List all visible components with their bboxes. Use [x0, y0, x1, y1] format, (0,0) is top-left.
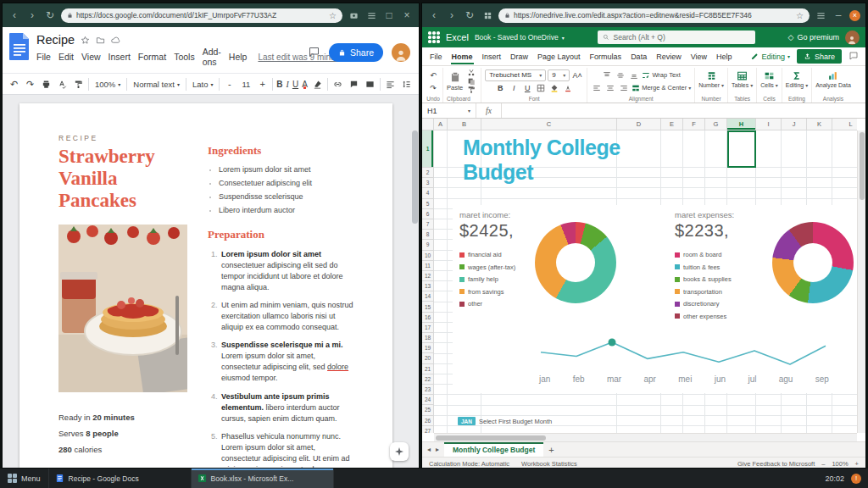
column-header-J[interactable]: J — [782, 119, 807, 130]
jan-badge[interactable]: JAN — [458, 417, 476, 425]
fx-icon[interactable]: fx — [476, 103, 502, 118]
paste-button[interactable]: Paste — [447, 71, 463, 92]
reload-icon[interactable]: ↻ — [43, 8, 57, 22]
sheet-nav-left-icon[interactable]: ◂ — [427, 446, 431, 453]
row-header-1[interactable]: 1 — [422, 130, 434, 168]
column-header-C[interactable]: C — [481, 119, 617, 130]
forward-icon[interactable]: › — [25, 8, 39, 22]
row-header-19[interactable]: 19 — [422, 343, 434, 353]
align-right-button[interactable] — [618, 82, 630, 93]
paint-format-button[interactable] — [72, 78, 85, 91]
taskbar-clock[interactable]: 20:02 — [825, 474, 844, 483]
row-header-20[interactable]: 20 — [422, 353, 434, 363]
borders-button[interactable] — [535, 82, 547, 93]
row-header-7[interactable]: 7 — [422, 219, 434, 230]
row-header-22[interactable]: 22 — [422, 374, 434, 385]
bold-button[interactable]: B — [276, 80, 282, 89]
selected-cell-h1[interactable] — [727, 130, 756, 168]
taskbar-item-excel[interactable]: Book.xlsx - Microsoft Ex... — [192, 469, 334, 488]
row-header-11[interactable]: 11 — [422, 261, 434, 271]
tab-page-layout[interactable]: Page Layout — [537, 49, 581, 64]
menu-file[interactable]: File — [36, 52, 51, 62]
tables-button[interactable]: Tables ▾ — [732, 70, 753, 88]
feedback-link[interactable]: Give Feedback to Microsoft — [737, 460, 815, 468]
column-header-E[interactable]: E — [661, 119, 683, 130]
spreadsheet-cells[interactable]: Monthly College Budget maret income: $24… — [434, 130, 857, 433]
format-painter-button[interactable] — [465, 86, 477, 94]
expenses-donut[interactable] — [772, 222, 854, 303]
cells-button[interactable]: Cells ▾ — [760, 70, 778, 88]
tab-home[interactable]: Home — [451, 49, 474, 64]
font-name-select[interactable]: Trebuchet MS▾ — [485, 69, 546, 81]
row-header-18[interactable]: 18 — [422, 333, 434, 343]
font-size-increase[interactable]: + — [256, 78, 269, 91]
column-header-K[interactable]: K — [807, 119, 832, 130]
address-bar[interactable]: https://docs.google.com/document/d/1kIF_… — [61, 8, 342, 23]
copy-button[interactable] — [465, 78, 477, 86]
merge-center-button[interactable]: Merge & Center▾ — [632, 84, 691, 92]
close-button[interactable]: × — [400, 8, 414, 22]
column-header-F[interactable]: F — [683, 119, 705, 130]
align-middle-button[interactable] — [615, 69, 626, 80]
menu-format[interactable]: Format — [138, 52, 166, 62]
row-header-12[interactable]: 12 — [422, 271, 434, 281]
print-button[interactable] — [40, 78, 53, 91]
bookmark-star-icon[interactable]: ☆ — [329, 11, 337, 20]
workbook-title[interactable]: Book - Saved to OneDrive▾ — [475, 33, 565, 42]
row-header-16[interactable]: 16 — [422, 313, 434, 323]
row-header-5[interactable]: 5 — [422, 199, 434, 209]
select-all-corner[interactable] — [422, 119, 434, 130]
row-header-15[interactable]: 15 — [422, 302, 434, 312]
row-header-3[interactable]: 3 — [422, 178, 434, 188]
column-header-D[interactable]: D — [617, 119, 661, 130]
row-header-24[interactable]: 24 — [422, 395, 434, 405]
paragraph-style-select[interactable]: Normal text▾ — [131, 80, 182, 89]
editing-button[interactable]: Editing ▾ — [786, 70, 808, 88]
google-docs-icon[interactable] — [9, 33, 30, 60]
horizontal-scrollbar[interactable] — [434, 433, 857, 441]
column-header-H[interactable]: H — [727, 119, 756, 130]
share-button[interactable]: Share — [797, 49, 842, 64]
menu-icon[interactable] — [814, 8, 827, 22]
name-box[interactable]: H1▾ — [422, 103, 476, 118]
address-bar[interactable]: https://onedrive.live.com/edit.aspx?acti… — [498, 8, 810, 23]
minimize-button[interactable]: – — [832, 8, 845, 22]
income-donut[interactable] — [535, 222, 616, 303]
tab-draw[interactable]: Draw — [509, 49, 529, 64]
wrap-text-button[interactable]: Wrap Text — [642, 71, 681, 80]
back-icon[interactable]: ‹ — [8, 8, 21, 22]
add-comment-button[interactable] — [348, 78, 360, 91]
tab-formulas[interactable]: Formulas — [589, 49, 623, 64]
budget-line-chart[interactable] — [534, 336, 832, 371]
calculation-mode[interactable]: Calculation Mode: Automatic — [429, 460, 509, 468]
zoom-level[interactable]: 100% — [832, 460, 848, 468]
explore-button[interactable] — [390, 442, 409, 461]
menu-icon[interactable] — [364, 8, 378, 22]
font-size-select[interactable]: 9▾ — [548, 69, 570, 81]
row-header-14[interactable]: 14 — [422, 291, 434, 302]
menu-edit[interactable]: Edit — [58, 52, 74, 62]
docs-scrollbar[interactable] — [412, 97, 418, 468]
zoom-in-button[interactable]: + — [855, 460, 859, 468]
zoom-select[interactable]: 100%▾ — [92, 80, 123, 89]
search-box[interactable]: Search (Alt + Q) — [598, 30, 755, 44]
menu-view[interactable]: View — [81, 52, 101, 62]
capture-icon[interactable] — [347, 8, 360, 22]
column-header-I[interactable]: I — [756, 119, 782, 130]
font-size-value[interactable]: 11 — [239, 80, 253, 89]
row-header-6[interactable]: 6 — [422, 209, 434, 219]
spellcheck-button[interactable] — [56, 78, 69, 91]
number-format-button[interactable]: Number ▾ — [698, 70, 724, 88]
underline-button[interactable]: U — [292, 80, 298, 89]
maximize-button[interactable]: □ — [382, 8, 396, 22]
close-button[interactable]: × — [849, 10, 860, 21]
checklist-button[interactable] — [416, 78, 419, 91]
italic-button[interactable]: I — [287, 80, 289, 89]
tab-insert[interactable]: Insert — [481, 49, 503, 64]
document-page[interactable]: RECIPE Strawberry Vanilla Pancakes — [19, 103, 392, 469]
row-header-10[interactable]: 10 — [422, 251, 434, 261]
zoom-out-button[interactable]: – — [821, 460, 825, 468]
share-button[interactable]: Share — [329, 43, 383, 62]
tab-file[interactable]: File — [429, 49, 443, 64]
align-button[interactable] — [384, 78, 397, 91]
